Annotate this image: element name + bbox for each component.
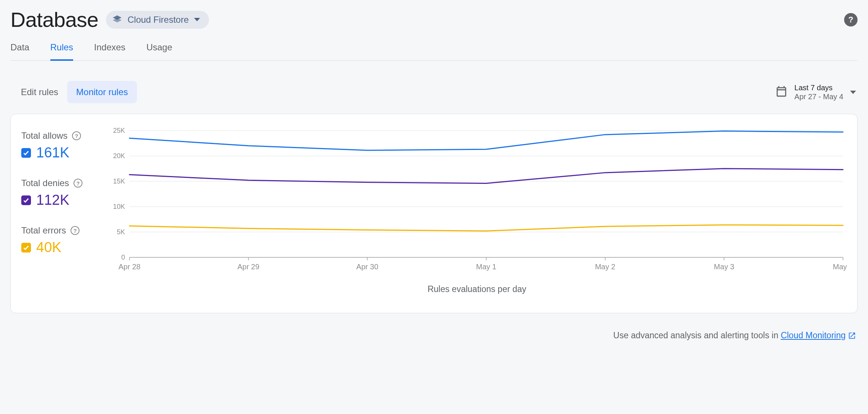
- page-header: Database Cloud Firestore ?: [10, 7, 858, 32]
- legend-errors-value: 40K: [36, 239, 62, 255]
- chevron-down-icon: [194, 18, 200, 21]
- chevron-down-icon: [850, 91, 856, 94]
- svg-text:Apr 29: Apr 29: [237, 263, 259, 271]
- svg-text:May 2: May 2: [595, 263, 615, 271]
- svg-text:May 3: May 3: [714, 263, 734, 271]
- legend-allows: Total allows ? 161K: [21, 131, 107, 161]
- help-button[interactable]: ?: [844, 13, 858, 26]
- legend-errors: Total errors ? 40K: [21, 225, 107, 255]
- svg-text:0: 0: [121, 254, 125, 261]
- legend-denies-checkbox[interactable]: [21, 195, 31, 205]
- line-chart: 05K10K15K20K25KApr 28Apr 29Apr 30May 1Ma…: [107, 127, 847, 276]
- tab-usage[interactable]: Usage: [146, 42, 172, 61]
- cloud-monitoring-link[interactable]: Cloud Monitoring: [781, 330, 856, 341]
- calendar-icon: [775, 85, 788, 99]
- rules-subheader: Edit rules Monitor rules Last 7 days Apr…: [10, 81, 858, 103]
- svg-text:20K: 20K: [113, 152, 125, 160]
- legend-allows-checkbox[interactable]: [21, 148, 31, 158]
- legend-denies-value: 112K: [36, 192, 69, 208]
- date-range-value: Apr 27 - May 4: [794, 92, 843, 101]
- svg-text:Apr 28: Apr 28: [119, 263, 141, 271]
- svg-text:5K: 5K: [117, 228, 125, 236]
- svg-text:10K: 10K: [113, 203, 125, 210]
- svg-text:25K: 25K: [113, 127, 125, 134]
- page-title: Database: [10, 7, 99, 32]
- svg-text:May 1: May 1: [476, 263, 496, 271]
- subtab-edit-rules[interactable]: Edit rules: [12, 81, 67, 103]
- info-icon[interactable]: ?: [71, 226, 79, 235]
- main-tabs: Data Rules Indexes Usage: [10, 42, 858, 61]
- legend-denies-title: Total denies: [21, 178, 69, 188]
- footer-note: Use advanced analysis and alerting tools…: [10, 330, 858, 341]
- database-selector-label: Cloud Firestore: [128, 15, 189, 25]
- tab-rules[interactable]: Rules: [50, 42, 73, 61]
- chart-card: Total allows ? 161K Total denies ?: [10, 114, 858, 313]
- info-icon[interactable]: ?: [72, 131, 81, 140]
- legend-errors-title: Total errors: [21, 225, 66, 236]
- svg-text:15K: 15K: [113, 178, 125, 185]
- database-selector[interactable]: Cloud Firestore: [106, 11, 209, 29]
- chart-x-axis-label: Rules evaluations per day: [107, 284, 847, 294]
- subtab-monitor-rules[interactable]: Monitor rules: [67, 81, 137, 103]
- info-icon[interactable]: ?: [74, 179, 82, 188]
- date-range-selector[interactable]: Last 7 days Apr 27 - May 4: [775, 83, 856, 101]
- legend-denies: Total denies ? 112K: [21, 178, 107, 208]
- svg-text:Apr 30: Apr 30: [356, 263, 378, 271]
- svg-text:May 4: May 4: [833, 263, 847, 271]
- legend-allows-value: 161K: [36, 145, 69, 161]
- legend-allows-title: Total allows: [21, 131, 68, 141]
- tab-data[interactable]: Data: [10, 42, 29, 61]
- chart-area: 05K10K15K20K25KApr 28Apr 29Apr 30May 1Ma…: [107, 127, 847, 294]
- chart-legend: Total allows ? 161K Total denies ?: [21, 127, 107, 294]
- footer-prefix: Use advanced analysis and alerting tools…: [613, 330, 781, 340]
- open-external-icon: [848, 332, 856, 340]
- legend-errors-checkbox[interactable]: [21, 243, 31, 253]
- date-range-label: Last 7 days: [794, 83, 843, 92]
- firestore-icon: [112, 15, 122, 25]
- tab-indexes[interactable]: Indexes: [94, 42, 125, 61]
